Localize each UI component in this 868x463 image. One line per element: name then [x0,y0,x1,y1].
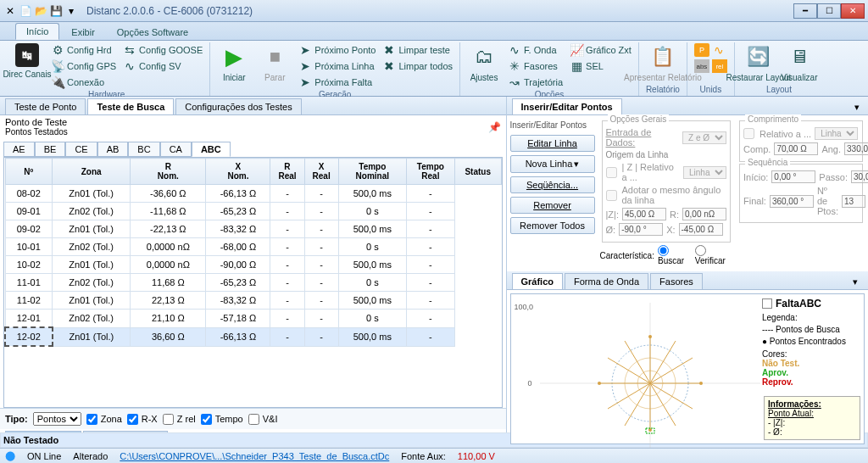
tab-forma-onda[interactable]: Forma de Onda [565,273,648,289]
limpar-teste-button[interactable]: ✖Limpar teste [381,42,454,58]
sequencia-button[interactable]: Seqüência... [510,176,595,193]
table-row[interactable]: 12-01Zn02 (Tol.)21,10 Ω-57,18 Ω--0 s-Não… [5,310,501,328]
apresentar-button[interactable]: 📋Apresentar Relatório [644,42,682,83]
col-xnom[interactable]: X Nom. [206,159,270,185]
direc-canais-button[interactable]: ↹ Direc Canais [8,42,46,80]
col-rreal[interactable]: R Real [270,159,304,185]
open-icon[interactable]: 📂 [34,4,47,18]
table-row[interactable]: 09-01Zn02 (Tol.)-11,68 Ω-65,23 Ω--0 s-Nã… [5,203,501,220]
tab-exibir[interactable]: Exibir [61,25,105,40]
pin-icon[interactable]: 📌 [488,121,501,133]
col-rnom[interactable]: R Nom. [131,159,206,185]
table-row[interactable]: 11-01Zn02 (Tol.)11,68 Ω-65,23 Ω--0 s-Não… [5,274,501,292]
col-tnom[interactable]: Tempo Nominal [338,159,406,185]
z-input[interactable] [622,208,666,220]
table-row[interactable]: 09-02Zn01 (Tol.)-22,13 Ω-83,32 Ω--500,0 … [5,220,501,238]
config-hrd-button[interactable]: ⚙Config Hrd [49,42,118,58]
chk-rx[interactable]: R-X [127,414,158,425]
table-row[interactable]: 12-02Zn01 (Tol.)36,60 Ω-66,13 Ω--500,0 m… [5,327,501,346]
fonda-button[interactable]: ∿F. Onda [506,42,565,58]
save-icon[interactable]: 💾 [49,4,63,18]
remover-todos-button[interactable]: Remover Todos [510,217,595,234]
radio-verificar[interactable]: Verificar [695,245,732,265]
final-input[interactable] [770,195,814,208]
col-status[interactable]: Status [454,159,501,185]
table-row[interactable]: 08-02Zn01 (Tol.)-36,60 Ω-66,13 Ω--500,0 … [5,185,501,203]
tab-fasores[interactable]: Fasores [650,273,703,289]
tab-ab[interactable]: AB [97,142,129,157]
tab-ae[interactable]: AE [3,142,35,157]
unit-pri-button[interactable]: P∿ [693,42,729,58]
tab-grafico[interactable]: Gráfico [512,273,564,289]
tab-ce[interactable]: CE [65,142,97,157]
table-row[interactable]: 10-02Zn01 (Tol.)0,0000 nΩ-90,00 Ω--500,0… [5,256,501,274]
maximize-button[interactable]: ☐ [817,3,841,19]
tab-opcoes[interactable]: Opções Software [107,25,198,40]
visualizar-button[interactable]: 🖥Visualizar [781,42,818,83]
entrada-select[interactable]: Z e Ø [682,131,726,144]
tab-inserir-editar[interactable]: Inserir/Editar Pontos [512,98,622,114]
phi-input[interactable] [619,223,663,236]
close-button[interactable]: ✕ [841,3,865,19]
table-row[interactable]: 10-01Zn02 (Tol.)0,0000 nΩ-68,00 Ω--0 s-N… [5,238,501,256]
chk-zrel[interactable]: Z rel [163,414,196,425]
tab-ca[interactable]: CA [160,142,192,157]
filepath-link[interactable]: C:\Users\CONPROVE\...\Schneider_P343_Tes… [120,451,389,461]
ajustes-button[interactable]: 🗂Ajustes [465,42,503,83]
chk-adotar[interactable] [606,190,617,201]
col-xreal[interactable]: X Real [304,159,338,185]
editar-linha-button[interactable]: Editar Linha [510,135,595,152]
chart-collapse-icon[interactable]: ▾ [848,275,863,289]
r-input[interactable] [682,208,726,220]
results-table-wrap[interactable]: Nº Zona R Nom. X Nom. R Real X Real Temp… [3,157,503,408]
proximo-ponto-button[interactable]: ➤Próximo Ponto [297,42,377,58]
chk-zrel2[interactable] [606,167,617,178]
passo-input[interactable] [851,170,868,183]
nptos-input[interactable] [842,195,865,208]
zrel-select[interactable]: Linha [683,166,726,179]
dropdown-icon[interactable]: ▾ [64,4,78,18]
col-zona[interactable]: Zona [53,159,131,185]
table-row[interactable]: 11-02Zn01 (Tol.)22,13 Ω-83,32 Ω--500,0 m… [5,292,501,310]
tab-inicio[interactable]: Início [15,23,59,40]
config-goose-button[interactable]: ⇆Config GOOSE [121,42,204,58]
chk-relativo[interactable] [743,128,754,139]
config-sv-button[interactable]: ∿Config SV [121,59,204,74]
restaurar-button[interactable]: 🔄Restaurar Layout [740,42,777,83]
collapse-icon[interactable]: ▾ [851,100,863,114]
chk-tempo[interactable]: Tempo [201,414,243,425]
remover-button[interactable]: Remover [510,197,595,214]
nova-linha-button[interactable]: Nova Linha [510,155,595,173]
fasores-button[interactable]: ✳Fasores [506,59,565,74]
config-gps-button[interactable]: 📡Config GPS [49,59,118,74]
col-treal[interactable]: Tempo Real [406,159,454,185]
chk-vi[interactable]: V&I [248,414,278,425]
new-icon[interactable]: 📄 [19,4,32,18]
proxima-falta-button[interactable]: ➤Próxima Falta [297,75,377,90]
tipo-select[interactable]: Pontos [33,412,81,426]
tab-bc[interactable]: BC [128,142,159,157]
legend-color-icon[interactable] [762,298,772,309]
parar-button[interactable]: ■Parar [256,42,293,83]
proxima-linha-button[interactable]: ➤Próxima Linha [297,59,377,74]
grafzxt-button[interactable]: 📈Gráfico Zxt [568,42,633,58]
minimize-button[interactable]: ━ [793,3,817,19]
col-no[interactable]: Nº [5,159,53,185]
conexao-button[interactable]: 🔌Conexão [49,75,118,90]
unit-abs-button[interactable]: absrel [693,59,729,74]
impedance-plot[interactable]: 100,0 0 -100,0 -200,0 -100,0 0 100,0 200… [540,303,760,463]
tab-config-testes[interactable]: Configurações dos Testes [175,98,301,114]
limpar-todos-button[interactable]: ✖Limpar todos [381,59,454,74]
tab-teste-busca[interactable]: Teste de Busca [87,98,174,114]
ang-input[interactable] [844,142,868,155]
tab-be[interactable]: BE [35,142,66,157]
chk-zona[interactable]: Zona [86,414,122,425]
comp-input[interactable] [774,142,818,155]
sel-button[interactable]: ▦SEL [568,59,633,74]
relativo-select[interactable]: Linha [815,127,858,140]
tab-teste-ponto[interactable]: Teste de Ponto [5,98,86,114]
tab-abc[interactable]: ABC [192,142,231,157]
iniciar-button[interactable]: ▶Iniciar [215,42,253,83]
inicio-input[interactable] [771,170,815,183]
radio-buscar[interactable]: Buscar [658,245,692,265]
